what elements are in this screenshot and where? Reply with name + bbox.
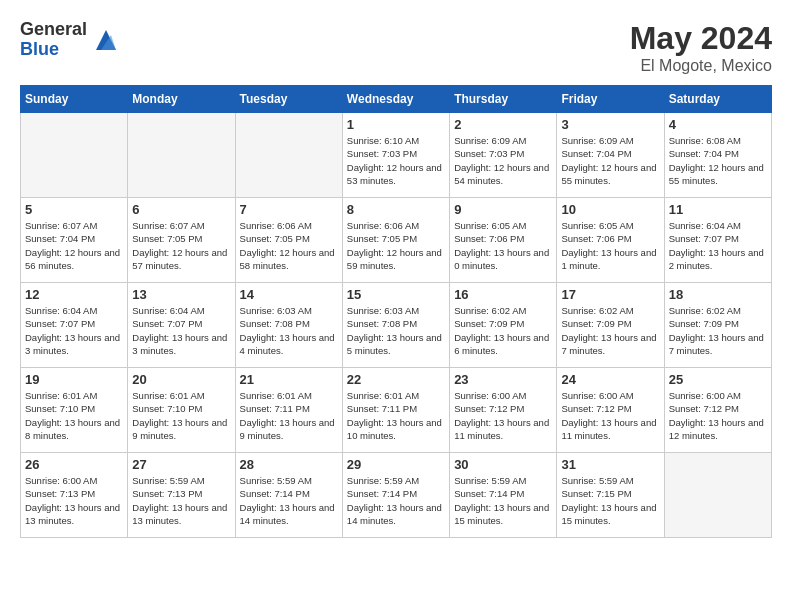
day-info: Sunrise: 6:02 AMSunset: 7:09 PMDaylight:… — [454, 304, 552, 357]
calendar-cell — [128, 113, 235, 198]
day-number: 26 — [25, 457, 123, 472]
day-info: Sunrise: 5:59 AMSunset: 7:14 PMDaylight:… — [240, 474, 338, 527]
day-number: 29 — [347, 457, 445, 472]
day-info: Sunrise: 5:59 AMSunset: 7:13 PMDaylight:… — [132, 474, 230, 527]
calendar-cell: 11Sunrise: 6:04 AMSunset: 7:07 PMDayligh… — [664, 198, 771, 283]
day-number: 5 — [25, 202, 123, 217]
day-info: Sunrise: 6:02 AMSunset: 7:09 PMDaylight:… — [669, 304, 767, 357]
day-number: 4 — [669, 117, 767, 132]
calendar-week-3: 12Sunrise: 6:04 AMSunset: 7:07 PMDayligh… — [21, 283, 772, 368]
day-number: 1 — [347, 117, 445, 132]
location: El Mogote, Mexico — [630, 57, 772, 75]
calendar-cell: 6Sunrise: 6:07 AMSunset: 7:05 PMDaylight… — [128, 198, 235, 283]
calendar-cell: 1Sunrise: 6:10 AMSunset: 7:03 PMDaylight… — [342, 113, 449, 198]
day-number: 8 — [347, 202, 445, 217]
day-number: 23 — [454, 372, 552, 387]
day-info: Sunrise: 6:06 AMSunset: 7:05 PMDaylight:… — [240, 219, 338, 272]
day-number: 16 — [454, 287, 552, 302]
calendar-cell: 22Sunrise: 6:01 AMSunset: 7:11 PMDayligh… — [342, 368, 449, 453]
day-info: Sunrise: 6:02 AMSunset: 7:09 PMDaylight:… — [561, 304, 659, 357]
calendar-cell: 20Sunrise: 6:01 AMSunset: 7:10 PMDayligh… — [128, 368, 235, 453]
day-number: 9 — [454, 202, 552, 217]
day-info: Sunrise: 6:03 AMSunset: 7:08 PMDaylight:… — [240, 304, 338, 357]
calendar-cell: 3Sunrise: 6:09 AMSunset: 7:04 PMDaylight… — [557, 113, 664, 198]
weekday-header-saturday: Saturday — [664, 86, 771, 113]
logo-icon — [91, 25, 121, 55]
calendar-week-1: 1Sunrise: 6:10 AMSunset: 7:03 PMDaylight… — [21, 113, 772, 198]
day-info: Sunrise: 6:00 AMSunset: 7:13 PMDaylight:… — [25, 474, 123, 527]
day-info: Sunrise: 6:00 AMSunset: 7:12 PMDaylight:… — [454, 389, 552, 442]
calendar-cell — [21, 113, 128, 198]
weekday-header-sunday: Sunday — [21, 86, 128, 113]
day-number: 22 — [347, 372, 445, 387]
day-number: 12 — [25, 287, 123, 302]
title-block: May 2024 El Mogote, Mexico — [630, 20, 772, 75]
day-number: 24 — [561, 372, 659, 387]
calendar-cell: 25Sunrise: 6:00 AMSunset: 7:12 PMDayligh… — [664, 368, 771, 453]
logo-general-text: General — [20, 20, 87, 40]
day-info: Sunrise: 6:00 AMSunset: 7:12 PMDaylight:… — [669, 389, 767, 442]
day-info: Sunrise: 6:10 AMSunset: 7:03 PMDaylight:… — [347, 134, 445, 187]
calendar-cell: 5Sunrise: 6:07 AMSunset: 7:04 PMDaylight… — [21, 198, 128, 283]
calendar-cell: 12Sunrise: 6:04 AMSunset: 7:07 PMDayligh… — [21, 283, 128, 368]
day-info: Sunrise: 6:01 AMSunset: 7:10 PMDaylight:… — [132, 389, 230, 442]
day-number: 6 — [132, 202, 230, 217]
weekday-header-friday: Friday — [557, 86, 664, 113]
calendar-cell: 29Sunrise: 5:59 AMSunset: 7:14 PMDayligh… — [342, 453, 449, 538]
calendar-cell: 9Sunrise: 6:05 AMSunset: 7:06 PMDaylight… — [450, 198, 557, 283]
day-info: Sunrise: 6:04 AMSunset: 7:07 PMDaylight:… — [669, 219, 767, 272]
logo-blue-text: Blue — [20, 40, 87, 60]
logo: General Blue — [20, 20, 121, 60]
calendar-cell: 10Sunrise: 6:05 AMSunset: 7:06 PMDayligh… — [557, 198, 664, 283]
day-info: Sunrise: 6:01 AMSunset: 7:10 PMDaylight:… — [25, 389, 123, 442]
calendar-cell: 23Sunrise: 6:00 AMSunset: 7:12 PMDayligh… — [450, 368, 557, 453]
calendar-table: SundayMondayTuesdayWednesdayThursdayFrid… — [20, 85, 772, 538]
calendar-cell: 31Sunrise: 5:59 AMSunset: 7:15 PMDayligh… — [557, 453, 664, 538]
calendar-cell: 2Sunrise: 6:09 AMSunset: 7:03 PMDaylight… — [450, 113, 557, 198]
weekday-header-row: SundayMondayTuesdayWednesdayThursdayFrid… — [21, 86, 772, 113]
day-info: Sunrise: 6:04 AMSunset: 7:07 PMDaylight:… — [25, 304, 123, 357]
day-number: 15 — [347, 287, 445, 302]
day-info: Sunrise: 5:59 AMSunset: 7:14 PMDaylight:… — [454, 474, 552, 527]
day-info: Sunrise: 6:04 AMSunset: 7:07 PMDaylight:… — [132, 304, 230, 357]
day-info: Sunrise: 6:01 AMSunset: 7:11 PMDaylight:… — [347, 389, 445, 442]
day-number: 13 — [132, 287, 230, 302]
day-number: 11 — [669, 202, 767, 217]
day-info: Sunrise: 5:59 AMSunset: 7:14 PMDaylight:… — [347, 474, 445, 527]
calendar-cell: 4Sunrise: 6:08 AMSunset: 7:04 PMDaylight… — [664, 113, 771, 198]
calendar-cell: 24Sunrise: 6:00 AMSunset: 7:12 PMDayligh… — [557, 368, 664, 453]
calendar-cell: 15Sunrise: 6:03 AMSunset: 7:08 PMDayligh… — [342, 283, 449, 368]
calendar-cell: 21Sunrise: 6:01 AMSunset: 7:11 PMDayligh… — [235, 368, 342, 453]
day-number: 10 — [561, 202, 659, 217]
day-info: Sunrise: 6:09 AMSunset: 7:04 PMDaylight:… — [561, 134, 659, 187]
day-info: Sunrise: 6:00 AMSunset: 7:12 PMDaylight:… — [561, 389, 659, 442]
day-info: Sunrise: 6:07 AMSunset: 7:05 PMDaylight:… — [132, 219, 230, 272]
calendar-cell: 26Sunrise: 6:00 AMSunset: 7:13 PMDayligh… — [21, 453, 128, 538]
day-number: 30 — [454, 457, 552, 472]
day-number: 17 — [561, 287, 659, 302]
day-info: Sunrise: 6:03 AMSunset: 7:08 PMDaylight:… — [347, 304, 445, 357]
calendar-cell: 8Sunrise: 6:06 AMSunset: 7:05 PMDaylight… — [342, 198, 449, 283]
day-number: 3 — [561, 117, 659, 132]
header: General Blue May 2024 El Mogote, Mexico — [20, 20, 772, 75]
day-info: Sunrise: 6:05 AMSunset: 7:06 PMDaylight:… — [561, 219, 659, 272]
calendar-cell: 18Sunrise: 6:02 AMSunset: 7:09 PMDayligh… — [664, 283, 771, 368]
day-info: Sunrise: 5:59 AMSunset: 7:15 PMDaylight:… — [561, 474, 659, 527]
day-info: Sunrise: 6:09 AMSunset: 7:03 PMDaylight:… — [454, 134, 552, 187]
day-number: 28 — [240, 457, 338, 472]
day-number: 27 — [132, 457, 230, 472]
day-number: 14 — [240, 287, 338, 302]
day-number: 20 — [132, 372, 230, 387]
calendar-cell — [664, 453, 771, 538]
calendar-cell: 17Sunrise: 6:02 AMSunset: 7:09 PMDayligh… — [557, 283, 664, 368]
day-info: Sunrise: 6:07 AMSunset: 7:04 PMDaylight:… — [25, 219, 123, 272]
calendar-cell: 14Sunrise: 6:03 AMSunset: 7:08 PMDayligh… — [235, 283, 342, 368]
day-number: 25 — [669, 372, 767, 387]
weekday-header-tuesday: Tuesday — [235, 86, 342, 113]
day-info: Sunrise: 6:05 AMSunset: 7:06 PMDaylight:… — [454, 219, 552, 272]
weekday-header-thursday: Thursday — [450, 86, 557, 113]
calendar-cell: 16Sunrise: 6:02 AMSunset: 7:09 PMDayligh… — [450, 283, 557, 368]
weekday-header-wednesday: Wednesday — [342, 86, 449, 113]
day-number: 2 — [454, 117, 552, 132]
day-info: Sunrise: 6:08 AMSunset: 7:04 PMDaylight:… — [669, 134, 767, 187]
